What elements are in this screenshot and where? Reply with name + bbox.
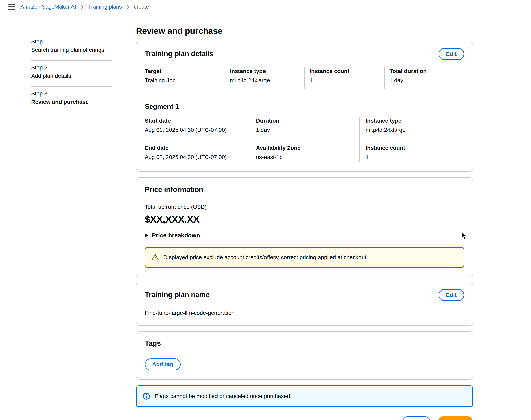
info-circle-icon [143, 392, 150, 400]
field-label: Availability Zone [256, 145, 355, 151]
warning-triangle-icon [151, 254, 159, 261]
field-label: Instance count [310, 68, 380, 75]
segment-1-title: Segment 1 [145, 103, 464, 110]
field-start-date: Start date Aug 01, 2025 04:30 (UTC-07:00… [145, 118, 245, 133]
field-label: Instance type [230, 68, 301, 75]
sidebar-step-1[interactable]: Step 1 Search training plan offerings [31, 37, 112, 60]
field-value: Aug 01, 2025 04:30 (UTC-07:00) [145, 127, 245, 133]
wizard-steps-sidebar: Step 1 Search training plan offerings St… [31, 37, 112, 112]
field-target: Target Training Job [145, 67, 225, 89]
add-tag-button[interactable]: Add tag [145, 359, 180, 371]
back-button[interactable]: Back [402, 416, 431, 420]
training-plan-details-card: Training plan details Edit Target Traini… [136, 42, 473, 172]
segment-column-instance: Instance type ml.p4d.24xlarge Instance c… [359, 117, 464, 163]
field-label: Target [145, 68, 221, 75]
price-breakdown-expander[interactable]: Price breakdown [145, 232, 200, 239]
total-upfront-price-value: $XX,XXX.XX [145, 214, 464, 225]
step-number: Step 3 [31, 90, 112, 98]
price-breakdown-label: Price breakdown [152, 232, 200, 239]
page-title: Review and purchase [136, 26, 473, 36]
field-label: Start date [145, 118, 245, 124]
field-total-duration: Total duration 1 day [384, 67, 464, 89]
training-plan-name-card: Training plan name Edit Fine-tune-large-… [136, 283, 473, 326]
breadcrumb-link-sagemaker[interactable]: Amazon SageMaker AI [20, 4, 76, 10]
field-value: 1 day [390, 77, 460, 84]
training-plan-name-value: Fine-tune-large-llm-code-generation [145, 310, 464, 316]
field-segment-instance-type: Instance type ml.p4d.24xlarge [366, 118, 459, 133]
field-segment-instance-count: Instance count 1 [366, 145, 459, 161]
price-warning-text: Displayed price exclude account credits/… [163, 254, 368, 261]
breadcrumb-current-create: create [134, 4, 149, 10]
chevron-right-icon [80, 4, 84, 10]
field-value: ml.p4d.24xlarge [230, 77, 301, 84]
field-label: Instance count [366, 145, 459, 151]
segment-column-duration-az: Duration 1 day Availability Zone us-east… [250, 117, 359, 163]
step-title: Add plan details [31, 72, 112, 80]
field-instance-count: Instance count 1 [305, 67, 384, 89]
price-warning-alert: Displayed price exclude account credits/… [145, 247, 464, 268]
field-value: Training Job [145, 77, 221, 84]
step-number: Step 2 [31, 63, 112, 72]
sidebar-step-2[interactable]: Step 2 Add plan details [31, 60, 112, 87]
wizard-footer-actions: Cancel Back Submit [136, 416, 473, 420]
edit-training-plan-details-button[interactable]: Edit [439, 48, 464, 60]
field-value: Aug 02, 2025 04:30 (UTC-07:00) [145, 154, 245, 161]
field-instance-type: Instance type ml.p4d.24xlarge [225, 67, 305, 89]
card-title-training-plan-name: Training plan name [145, 291, 210, 299]
submit-button[interactable]: Submit [438, 416, 473, 420]
field-availability-zone: Availability Zone us-east-1b [256, 145, 355, 161]
field-label: Duration [256, 118, 355, 124]
step-number: Step 1 [31, 37, 112, 46]
tags-card: Tags Add tag [136, 331, 473, 380]
breadcrumb-link-training-plans[interactable]: Training plans [88, 4, 122, 10]
card-title-training-plan-details: Training plan details [145, 49, 213, 58]
segment-1-fields: Start date Aug 01, 2025 04:30 (UTC-07:00… [145, 117, 464, 163]
field-value: 1 [310, 77, 380, 84]
field-end-date: End date Aug 02, 2025 04:30 (UTC-07:00) [145, 145, 245, 161]
segment-column-dates: Start date Aug 01, 2025 04:30 (UTC-07:00… [145, 117, 250, 163]
purchase-info-text: Plans cannot be modified or canceled onc… [155, 393, 292, 399]
field-value: us-east-1b [256, 154, 355, 161]
edit-training-plan-name-button[interactable]: Edit [439, 289, 464, 301]
price-information-card: Price information Total upfront price (U… [136, 177, 473, 277]
purchase-info-banner: Plans cannot be modified or canceled onc… [136, 385, 473, 407]
field-duration: Duration 1 day [256, 118, 355, 133]
cancel-button[interactable]: Cancel [377, 419, 395, 420]
details-fields-row: Target Training Job Instance type ml.p4d… [145, 67, 464, 89]
section-divider [145, 95, 464, 95]
top-navigation-bar: Amazon SageMaker AI Training plans creat… [0, 0, 531, 14]
breadcrumb: Amazon SageMaker AI Training plans creat… [20, 4, 149, 10]
field-value: 1 day [256, 127, 355, 133]
card-title-price-information: Price information [145, 185, 464, 194]
field-label: Total duration [390, 68, 460, 75]
step-title: Search training plan offerings [31, 46, 112, 54]
field-value: ml.p4d.24xlarge [366, 127, 459, 133]
card-title-tags: Tags [145, 339, 464, 348]
main-content: Review and purchase Training plan detail… [136, 14, 473, 420]
chevron-right-icon [126, 4, 130, 10]
step-title: Review and purchase [31, 98, 112, 106]
sidebar-step-3-current[interactable]: Step 3 Review and purchase [31, 87, 112, 112]
field-label: End date [145, 145, 245, 151]
field-value: 1 [366, 154, 459, 161]
expand-triangle-icon [145, 233, 148, 238]
total-upfront-price-label: Total upfront price (USD) [145, 204, 464, 210]
hamburger-menu-icon[interactable] [8, 4, 15, 10]
field-label: Instance type [366, 118, 459, 124]
